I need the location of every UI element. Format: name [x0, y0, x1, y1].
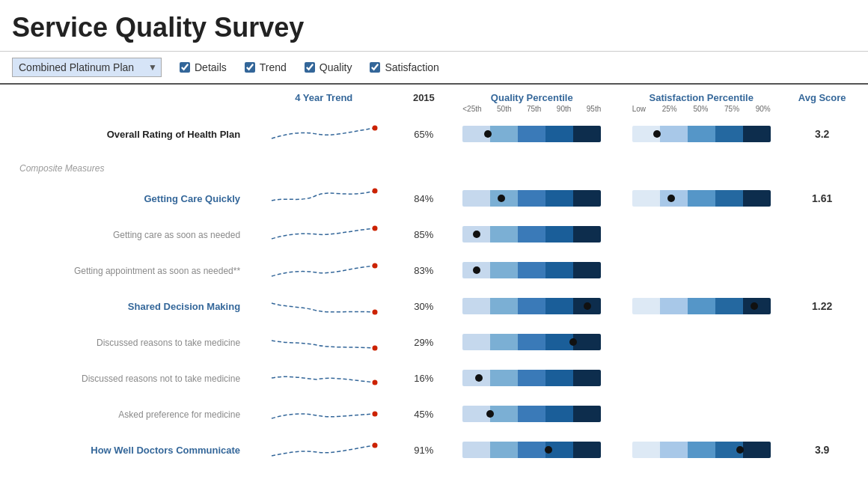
row-label-sub: Discussed reasons not to take medicine: [82, 373, 240, 384]
trend-checkbox[interactable]: [245, 62, 255, 73]
quality-label: Quality: [320, 61, 352, 73]
trend-cell: [249, 252, 398, 288]
year-value: 65%: [398, 116, 449, 152]
quality-bar-cell: [449, 252, 614, 288]
details-checkbox-label[interactable]: Details: [180, 61, 227, 73]
trend-cell: [249, 396, 398, 432]
table-row: Discussed reasons to take medicine29%: [12, 324, 856, 360]
svg-point-6: [372, 380, 377, 385]
sat-sub-1: Low: [632, 105, 646, 113]
row-label-link[interactable]: Getting Care Quickly: [144, 193, 241, 204]
sat-sub-4: 75%: [724, 105, 739, 113]
trend-cell: [249, 432, 398, 468]
quality-sub-2: 50th: [497, 105, 511, 113]
satisfaction-bar-cell: [614, 252, 788, 288]
table-row: Overall Rating of Health Plan65%3.2: [12, 116, 856, 152]
trend-cell: [249, 288, 398, 324]
trend-cell: [249, 116, 398, 152]
quality-bar-cell: [449, 216, 614, 252]
quality-col-header: Quality Percentile: [449, 92, 614, 105]
quality-checkbox-label[interactable]: Quality: [305, 61, 352, 73]
plan-dropdown-wrapper[interactable]: Combined Platinum Plan ▼: [12, 58, 162, 77]
row-label-sub: Getting care as soon as needed: [113, 230, 240, 240]
year-value: 85%: [398, 216, 449, 252]
table-row: Getting Care Quickly84%1.61: [12, 180, 856, 216]
avg-score: [788, 396, 856, 432]
table-row: Getting appointment as soon as needed**8…: [12, 252, 856, 288]
satisfaction-checkbox-label[interactable]: Satisfaction: [370, 61, 438, 73]
avg-score: 1.22: [788, 288, 856, 324]
satisfaction-col-header: Satisfaction Percentile: [614, 92, 788, 105]
year-value: 29%: [398, 324, 449, 360]
year-value: 84%: [398, 180, 449, 216]
quality-bar-cell: [449, 324, 614, 360]
avg-score: [788, 252, 856, 288]
trend-checkbox-label[interactable]: Trend: [245, 61, 287, 73]
trend-cell: [249, 180, 398, 216]
quality-sub-1: <25th: [462, 105, 481, 113]
sat-sub-3: 50%: [693, 105, 708, 113]
satisfaction-bar-cell: [614, 360, 788, 396]
avg-score: [788, 360, 856, 396]
satisfaction-bar-cell: [614, 180, 788, 216]
satisfaction-bar-cell: [614, 396, 788, 432]
quality-bar-cell: [449, 116, 614, 152]
avg-score: 1.61: [788, 180, 856, 216]
trend-cell: [249, 360, 398, 396]
trend-col-header: 4 Year Trend: [249, 92, 398, 105]
toolbar: Combined Platinum Plan ▼ Details Trend Q…: [0, 51, 868, 85]
satisfaction-checkbox[interactable]: [370, 62, 380, 73]
satisfaction-label: Satisfaction: [385, 61, 438, 73]
year-col-header: 2015: [398, 92, 449, 105]
svg-point-2: [372, 226, 377, 231]
quality-bar-cell: [449, 288, 614, 324]
svg-point-0: [372, 126, 377, 131]
table-row: Discussed reasons not to take medicine16…: [12, 360, 856, 396]
year-value: 45%: [398, 396, 449, 432]
avg-col-header: Avg Score: [788, 92, 856, 105]
main-content: 4 Year Trend 2015 Quality Percentile Sat…: [0, 85, 868, 480]
trend-cell: [249, 216, 398, 252]
quality-bar-cell: [449, 432, 614, 468]
table-row: Asked preference for medicine45%: [12, 396, 856, 432]
row-label-sub: Asked preference for medicine: [118, 409, 240, 420]
row-label-sub: Getting appointment as soon as needed**: [74, 266, 240, 276]
satisfaction-bar-cell: [614, 432, 788, 468]
sat-sub-5: 90%: [756, 105, 771, 113]
table-row: Getting care as soon as needed85%: [12, 216, 856, 252]
table-row: Shared Decision Making30%1.22: [12, 288, 856, 324]
quality-checkbox[interactable]: [305, 62, 315, 73]
year-value: 30%: [398, 288, 449, 324]
trend-cell: [249, 324, 398, 360]
satisfaction-bar-cell: [614, 288, 788, 324]
svg-point-4: [372, 310, 377, 315]
sub-header-row: <25th 50th 75th 90th 95th Low 25% 50% 75…: [12, 105, 856, 116]
quality-sub-4: 90th: [557, 105, 571, 113]
svg-point-5: [372, 346, 377, 351]
quality-bar-cell: [449, 180, 614, 216]
avg-score: 3.9: [788, 432, 856, 468]
table-row: How Well Doctors Communicate91%3.9: [12, 432, 856, 468]
avg-score: [788, 216, 856, 252]
row-label: Overall Rating of Health Plan: [107, 129, 240, 140]
svg-point-8: [372, 443, 377, 448]
col-header-row: 4 Year Trend 2015 Quality Percentile Sat…: [12, 92, 856, 105]
quality-bar-cell: [449, 396, 614, 432]
svg-point-1: [372, 189, 377, 194]
row-label-link[interactable]: How Well Doctors Communicate: [91, 445, 240, 456]
satisfaction-bar-cell: [614, 324, 788, 360]
avg-score: [788, 324, 856, 360]
row-label-link[interactable]: Shared Decision Making: [128, 301, 240, 312]
year-value: 91%: [398, 432, 449, 468]
details-label: Details: [195, 61, 227, 73]
page-title: Service Quality Survey: [0, 0, 868, 51]
sat-sub-2: 25%: [662, 105, 677, 113]
trend-label: Trend: [260, 61, 287, 73]
quality-sub-5: 95th: [587, 105, 601, 113]
details-checkbox[interactable]: [180, 62, 190, 73]
satisfaction-bar-cell: [614, 116, 788, 152]
plan-dropdown[interactable]: Combined Platinum Plan: [12, 58, 162, 77]
avg-score: 3.2: [788, 116, 856, 152]
composite-measures-label: Composite Measures: [19, 163, 104, 174]
quality-sub-3: 75th: [527, 105, 541, 113]
